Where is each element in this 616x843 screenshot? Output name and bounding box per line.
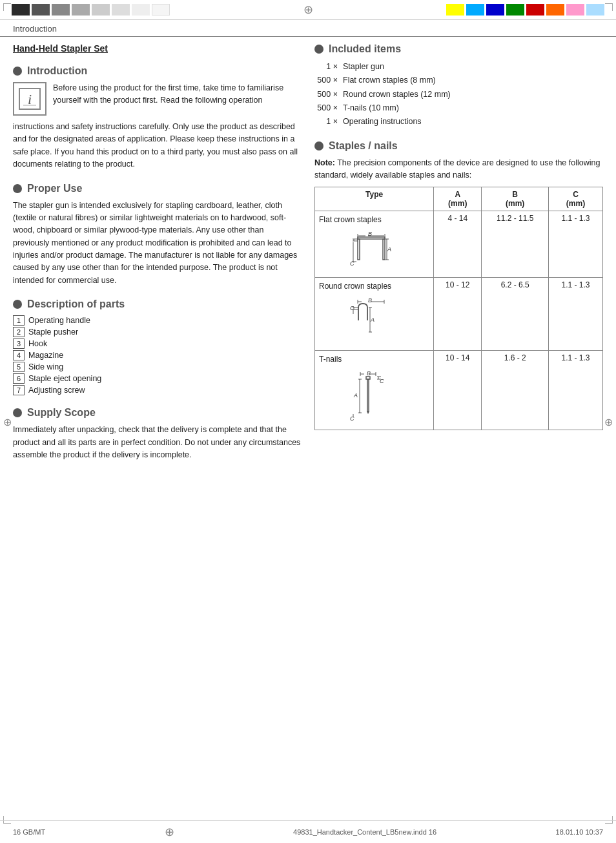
round-crown-a: 10 - 12 bbox=[434, 277, 482, 350]
left-reg-mark: ⊕ bbox=[3, 415, 12, 428]
description-parts-bullet bbox=[13, 300, 22, 309]
part-label-1: Operating handle bbox=[28, 316, 90, 325]
qty-1: 1 × bbox=[314, 60, 338, 74]
swatch-r5 bbox=[526, 4, 544, 16]
table-row: Round crown staples B bbox=[315, 277, 603, 350]
qty-2: 500 × bbox=[314, 74, 338, 87]
swatch-8 bbox=[152, 4, 170, 16]
proper-use-section: Proper Use The stapler gun is intended e… bbox=[13, 183, 302, 287]
type-label: T-nails bbox=[319, 355, 342, 364]
introduction-heading: Introduction bbox=[27, 65, 87, 77]
svg-text:B: B bbox=[367, 370, 371, 377]
main-title-block: Hand-Held Stapler Set bbox=[13, 43, 302, 54]
list-item: 7Adjusting screw bbox=[13, 385, 302, 395]
proper-use-body: The stapler gun is intended exclusively … bbox=[13, 200, 302, 287]
swatch-1 bbox=[12, 4, 30, 16]
svg-text:A: A bbox=[353, 392, 358, 399]
note-bold: Note: bbox=[314, 158, 335, 167]
proper-use-header: Proper Use bbox=[13, 183, 302, 194]
svg-text:A: A bbox=[370, 317, 375, 323]
main-content: Hand-Held Stapler Set Introduction i bbox=[0, 37, 616, 479]
left-swatches bbox=[12, 4, 170, 16]
swatch-6 bbox=[112, 4, 130, 16]
left-column: Hand-Held Stapler Set Introduction i bbox=[13, 43, 302, 473]
svg-marker-44 bbox=[367, 411, 369, 414]
footer-left: 16 GB/MT bbox=[13, 828, 45, 836]
list-item: 6Staple eject opening bbox=[13, 373, 302, 384]
item-label-5: Operating instructions bbox=[343, 115, 422, 129]
staples-table: Type A(mm) B(mm) C(mm) Flat crown staple… bbox=[314, 187, 603, 430]
part-num-1: 1 bbox=[13, 315, 25, 326]
qty-3: 500 × bbox=[314, 88, 338, 101]
supply-scope-section: Supply Scope Immediately after unpacking… bbox=[13, 407, 302, 461]
table-header-row: Type A(mm) B(mm) C(mm) bbox=[315, 187, 603, 211]
flat-crown-c: 1.1 - 1.3 bbox=[548, 211, 602, 277]
proper-use-heading: Proper Use bbox=[27, 183, 82, 194]
swatch-r8 bbox=[586, 4, 604, 16]
svg-rect-43 bbox=[367, 379, 369, 411]
list-item: 500 ×Round crown staples (12 mm) bbox=[314, 88, 603, 101]
swatch-r3 bbox=[486, 4, 504, 16]
swatch-3 bbox=[52, 4, 70, 16]
svg-rect-10 bbox=[383, 239, 385, 260]
list-item: 3Hook bbox=[13, 338, 302, 349]
qty-4: 500 × bbox=[314, 101, 338, 115]
swatch-r7 bbox=[566, 4, 584, 16]
round-crown-c: 1.1 - 1.3 bbox=[548, 277, 602, 350]
list-item: 500 ×T-nails (10 mm) bbox=[314, 101, 603, 115]
type-flat-crown: Flat crown staples B bbox=[315, 211, 434, 277]
t-nails-b: 1.6 - 2 bbox=[482, 350, 549, 430]
flat-crown-diagram: B bbox=[319, 228, 429, 273]
proper-use-bullet bbox=[13, 184, 22, 193]
info-box: i bbox=[13, 82, 46, 116]
round-crown-b: 6.2 - 6.5 bbox=[482, 277, 549, 350]
info-icon-svg: i bbox=[18, 87, 41, 110]
t-nails-a: 10 - 14 bbox=[434, 350, 482, 430]
description-parts-header: Description of parts bbox=[13, 298, 302, 310]
included-list: 1 ×Stapler gun 500 ×Flat crown staples (… bbox=[314, 60, 603, 129]
table-row: Flat crown staples B bbox=[315, 211, 603, 277]
introduction-info-row: i Before using the product for the first… bbox=[13, 82, 302, 116]
list-item: 500 ×Flat crown staples (8 mm) bbox=[314, 74, 603, 87]
table-row: T-nails B bbox=[315, 350, 603, 430]
t-nails-diagram: B bbox=[319, 368, 429, 426]
svg-rect-8 bbox=[358, 237, 385, 239]
included-items-header: Included items bbox=[314, 43, 603, 55]
bottom-bar: 16 GB/MT ⊕ 49831_Handtacker_Content_LB5n… bbox=[0, 820, 616, 843]
part-num-5: 5 bbox=[13, 362, 25, 372]
page-header-text: Introduction bbox=[13, 24, 57, 34]
item-label-2: Flat crown staples (8 mm) bbox=[343, 74, 436, 87]
svg-text:i: i bbox=[28, 91, 32, 107]
svg-rect-9 bbox=[358, 239, 360, 260]
flat-crown-b: 11.2 - 11.5 bbox=[482, 211, 549, 277]
part-num-7: 7 bbox=[13, 385, 25, 395]
part-label-3: Hook bbox=[28, 339, 47, 348]
item-label-3: Round crown staples (12 mm) bbox=[343, 88, 451, 101]
t-nails-svg: B bbox=[349, 368, 400, 426]
introduction-body-partial: Before using the product for the first t… bbox=[53, 82, 302, 116]
type-label: Round crown staples bbox=[319, 282, 391, 291]
part-label-6: Staple eject opening bbox=[28, 374, 101, 383]
staples-note: Note: The precision components of the de… bbox=[314, 157, 603, 182]
item-label-4: T-nails (10 mm) bbox=[343, 101, 399, 115]
list-item: 1 ×Operating instructions bbox=[314, 115, 603, 129]
part-label-5: Side wing bbox=[28, 362, 63, 371]
svg-rect-27 bbox=[365, 319, 367, 332]
type-label: Flat crown staples bbox=[319, 215, 382, 224]
part-label-4: Magazine bbox=[28, 351, 63, 360]
introduction-bullet bbox=[13, 67, 22, 76]
part-num-3: 3 bbox=[13, 338, 25, 349]
page-header: Introduction bbox=[0, 20, 616, 37]
flat-crown-a: 4 - 14 bbox=[434, 211, 482, 277]
item-label-1: Stapler gun bbox=[343, 60, 384, 74]
part-label-7: Adjusting screw bbox=[28, 386, 85, 395]
list-item: 1 ×Stapler gun bbox=[314, 60, 603, 74]
crop-mark-tr bbox=[605, 3, 613, 11]
staples-nails-section: Staples / nails Note: The precision comp… bbox=[314, 140, 603, 430]
footer-file: 49831_Handtacker_Content_LB5new.indd 16 bbox=[293, 828, 436, 836]
svg-text:A: A bbox=[387, 246, 391, 253]
swatch-5 bbox=[92, 4, 110, 16]
col-c: C(mm) bbox=[548, 187, 602, 211]
introduction-body: instructions and safety instructions car… bbox=[13, 121, 302, 171]
list-item: 5Side wing bbox=[13, 362, 302, 372]
